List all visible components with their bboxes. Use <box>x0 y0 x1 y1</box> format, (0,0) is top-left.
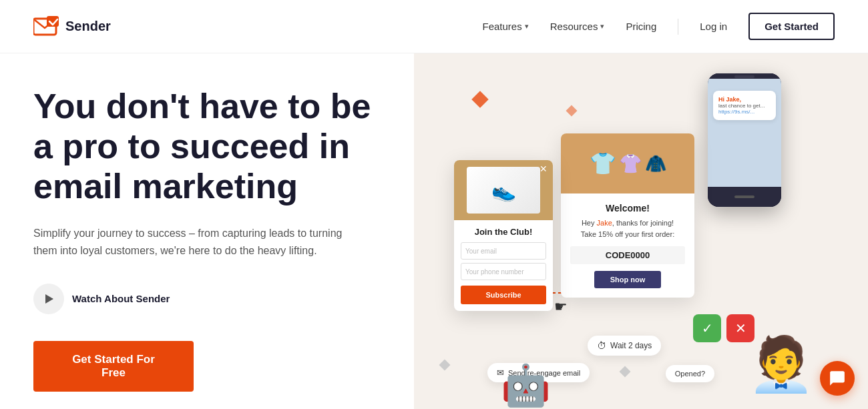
chevron-down-icon: ▾ <box>525 22 529 31</box>
login-button[interactable]: Log in <box>700 21 727 32</box>
email-card-title: Welcome! <box>570 203 685 214</box>
logo-icon <box>33 16 59 37</box>
hero-section: You don't have to be a pro to succeed in… <box>0 53 868 409</box>
shop-now-button[interactable]: Shop now <box>594 271 661 288</box>
person-illustration: 🧑‍💼 <box>748 333 815 396</box>
chevron-down-icon: ▾ <box>600 22 604 31</box>
popup-close-icon[interactable]: ✕ <box>539 163 548 174</box>
check-icon: ✓ <box>693 314 721 342</box>
play-icon <box>33 284 64 314</box>
action-icons: ✓ ✕ <box>693 314 754 342</box>
sms-name: Hi Jake, <box>718 96 741 103</box>
email-card: 👕 👚 🧥 Welcome! Hey Jake, thanks for join… <box>561 133 694 298</box>
phone-home-bar <box>734 195 754 198</box>
hero-subtitle: Simplify your journey to success – from … <box>33 225 354 259</box>
chat-bubble-button[interactable] <box>820 361 855 396</box>
highlight-name: Jake <box>597 219 612 227</box>
promo-code: CODE0000 <box>570 246 685 264</box>
email-card-text: Hey Jake, thanks for joining! Take 15% o… <box>570 218 685 240</box>
nav-features[interactable]: Features ▾ <box>483 21 529 32</box>
nav-links: Features ▾ Resources ▾ Pricing Log in Ge… <box>483 13 835 40</box>
clock-icon: ⏱ <box>597 340 606 351</box>
navbar: Sender Features ▾ Resources ▾ Pricing Lo… <box>0 0 868 53</box>
get-started-nav-button[interactable]: Get Started <box>748 13 835 40</box>
wait-badge: ⏱ Wait 2 days <box>588 336 661 356</box>
nav-divider <box>678 19 678 35</box>
opened-label: Opened? <box>675 370 705 378</box>
popup-subscribe-button[interactable]: Subscribe <box>461 286 546 304</box>
popup-card: 👟 ✕ Join the Club! Your email Your phone… <box>454 160 553 311</box>
logo[interactable]: Sender <box>33 16 111 37</box>
chat-icon <box>829 370 846 387</box>
shoe-image: 👟 <box>467 167 540 214</box>
hero-title: You don't have to be a pro to succeed in… <box>33 87 394 206</box>
wait-label: Wait 2 days <box>610 341 652 350</box>
x-icon: ✕ <box>726 314 754 342</box>
nav-resources[interactable]: Resources ▾ <box>550 21 605 32</box>
nav-pricing[interactable]: Pricing <box>626 21 656 32</box>
popup-title: Join the Club! <box>461 227 546 237</box>
sms-bubble: Hi Jake, last chance to get... https://9… <box>713 91 776 120</box>
popup-body: Join the Club! Your email Your phone num… <box>454 220 553 311</box>
phone-screen: Hi Jake, last chance to get... https://9… <box>708 79 781 187</box>
get-started-hero-button[interactable]: Get Started For Free <box>33 341 194 392</box>
watch-label: Watch About Sender <box>72 293 170 304</box>
robot-illustration: 🤖 <box>501 362 551 409</box>
popup-email-input[interactable]: Your email <box>461 242 546 260</box>
phone-mockup: Hi Jake, last chance to get... https://9… <box>708 73 781 207</box>
play-triangle-icon <box>42 292 55 306</box>
cursor-icon: ☛ <box>554 298 568 316</box>
phone-bottom-bar <box>708 187 781 207</box>
svg-marker-2 <box>45 294 53 304</box>
email-card-body: Welcome! Hey Jake, thanks for joining! T… <box>561 193 694 298</box>
popup-card-image: 👟 ✕ <box>454 160 553 220</box>
email-card-image: 👕 👚 🧥 <box>561 133 694 193</box>
popup-phone-input[interactable]: Your phone number <box>461 263 546 280</box>
hero-left: You don't have to be a pro to succeed in… <box>33 53 434 392</box>
hero-right: 👟 ✕ Join the Club! Your email Your phone… <box>434 53 835 409</box>
logo-text: Sender <box>65 19 111 34</box>
watch-button[interactable]: Watch About Sender <box>33 284 434 314</box>
opened-badge: Opened? <box>666 365 714 382</box>
